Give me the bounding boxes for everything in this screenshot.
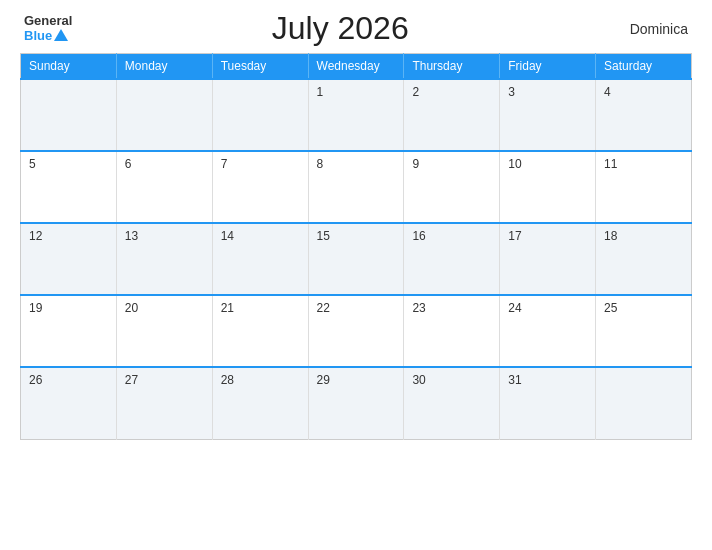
calendar-cell: 23 [404,295,500,367]
day-number: 30 [412,373,425,387]
day-number: 29 [317,373,330,387]
calendar-cell: 28 [212,367,308,439]
day-number: 7 [221,157,228,171]
calendar-cell: 6 [116,151,212,223]
calendar-cell: 27 [116,367,212,439]
calendar-cell [596,367,692,439]
calendar-cell: 16 [404,223,500,295]
day-number: 19 [29,301,42,315]
day-number: 14 [221,229,234,243]
day-number: 28 [221,373,234,387]
week-row-1: 1234 [21,79,692,151]
day-number: 10 [508,157,521,171]
day-number: 8 [317,157,324,171]
day-number: 2 [412,85,419,99]
week-row-2: 567891011 [21,151,692,223]
day-number: 26 [29,373,42,387]
calendar-cell [116,79,212,151]
calendar-table: SundayMondayTuesdayWednesdayThursdayFrid… [20,53,692,440]
weekday-header-row: SundayMondayTuesdayWednesdayThursdayFrid… [21,54,692,80]
day-number: 17 [508,229,521,243]
calendar-cell: 18 [596,223,692,295]
day-number: 3 [508,85,515,99]
day-number: 5 [29,157,36,171]
calendar-cell: 15 [308,223,404,295]
calendar-cell: 3 [500,79,596,151]
calendar-cell: 26 [21,367,117,439]
day-number: 1 [317,85,324,99]
calendar-cell: 25 [596,295,692,367]
weekday-header-monday: Monday [116,54,212,80]
country-name: Dominica [608,21,688,37]
day-number: 13 [125,229,138,243]
week-row-3: 12131415161718 [21,223,692,295]
logo-triangle-icon [54,29,68,41]
logo-general-text: General [24,14,72,28]
day-number: 4 [604,85,611,99]
calendar-cell: 22 [308,295,404,367]
calendar-cell: 21 [212,295,308,367]
day-number: 9 [412,157,419,171]
day-number: 25 [604,301,617,315]
day-number: 20 [125,301,138,315]
calendar-cell: 8 [308,151,404,223]
logo: General Blue [24,14,72,43]
day-number: 6 [125,157,132,171]
week-row-4: 19202122232425 [21,295,692,367]
day-number: 31 [508,373,521,387]
weekday-header-wednesday: Wednesday [308,54,404,80]
day-number: 22 [317,301,330,315]
day-number: 21 [221,301,234,315]
calendar-cell: 12 [21,223,117,295]
day-number: 27 [125,373,138,387]
calendar-cell [212,79,308,151]
weekday-header-saturday: Saturday [596,54,692,80]
calendar-cell: 14 [212,223,308,295]
week-row-5: 262728293031 [21,367,692,439]
calendar-cell: 24 [500,295,596,367]
weekday-header-thursday: Thursday [404,54,500,80]
calendar-cell: 10 [500,151,596,223]
calendar-title: July 2026 [72,10,608,47]
day-number: 12 [29,229,42,243]
calendar-cell: 20 [116,295,212,367]
calendar-cell: 17 [500,223,596,295]
calendar-cell: 5 [21,151,117,223]
calendar-cell: 31 [500,367,596,439]
calendar-cell: 19 [21,295,117,367]
calendar-cell: 7 [212,151,308,223]
day-number: 24 [508,301,521,315]
day-number: 11 [604,157,617,171]
calendar-cell: 4 [596,79,692,151]
weekday-header-tuesday: Tuesday [212,54,308,80]
logo-blue-text: Blue [24,29,68,43]
calendar-cell: 13 [116,223,212,295]
calendar-cell: 11 [596,151,692,223]
weekday-header-sunday: Sunday [21,54,117,80]
calendar-cell [21,79,117,151]
calendar-cell: 1 [308,79,404,151]
calendar-cell: 2 [404,79,500,151]
calendar-header: General Blue July 2026 Dominica [20,10,692,47]
day-number: 23 [412,301,425,315]
day-number: 16 [412,229,425,243]
day-number: 15 [317,229,330,243]
weekday-header-friday: Friday [500,54,596,80]
calendar-cell: 9 [404,151,500,223]
day-number: 18 [604,229,617,243]
calendar-cell: 29 [308,367,404,439]
calendar-cell: 30 [404,367,500,439]
